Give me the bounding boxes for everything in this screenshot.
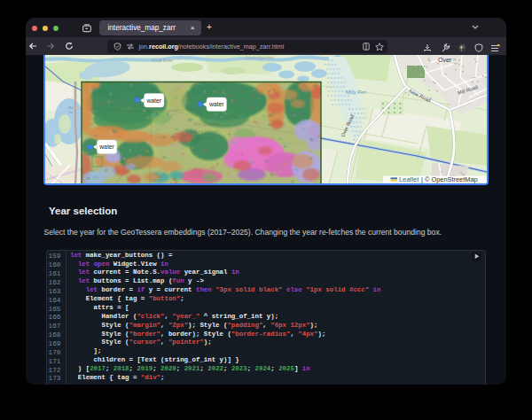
svg-text:Milly Fen: Milly Fen <box>346 89 366 95</box>
svg-text:water: water <box>208 101 224 107</box>
svg-text:water: water <box>145 97 161 104</box>
svg-text:Over: Over <box>438 57 452 63</box>
svg-text:Reserve: Reserve <box>196 136 214 141</box>
svg-text:Lakes Nature: Lakes Nature <box>191 128 219 134</box>
svg-text:water: water <box>98 144 114 150</box>
svg-text:Mo: Mo <box>68 106 73 110</box>
svg-text:| © OpenStreetMap: | © OpenStreetMap <box>421 175 478 183</box>
svg-text:Cambridgeshire: Cambridgeshire <box>245 56 274 60</box>
svg-text:Lo: Lo <box>69 111 73 114</box>
svg-text:Fen Drayton: Fen Drayton <box>194 121 221 127</box>
svg-text:Great Ouse: Great Ouse <box>152 58 173 63</box>
svg-text:Leaflet: Leaflet <box>399 175 419 183</box>
